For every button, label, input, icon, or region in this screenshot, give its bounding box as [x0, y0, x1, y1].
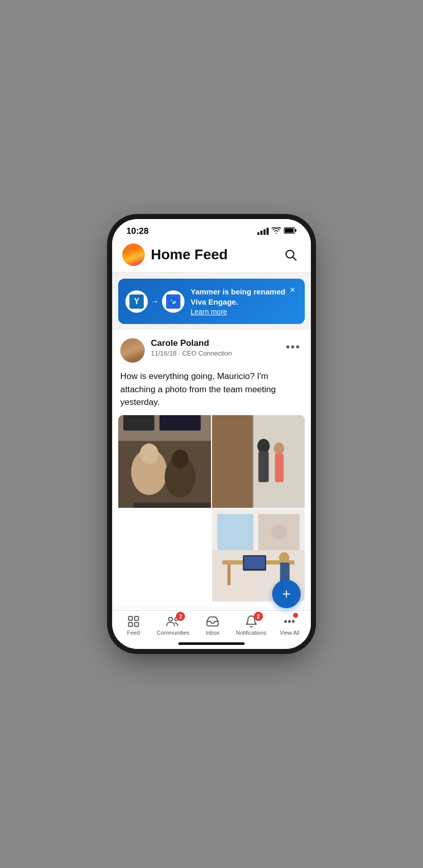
- post-body: How is everything going, Mauricio? I'm a…: [112, 363, 311, 415]
- compose-fab[interactable]: +: [272, 580, 301, 608]
- svg-line-4: [293, 257, 296, 260]
- svg-point-23: [257, 439, 270, 453]
- avatar[interactable]: [122, 243, 145, 266]
- svg-point-31: [271, 524, 286, 539]
- svg-point-48: [293, 620, 294, 622]
- page-title: Home Feed: [151, 247, 280, 263]
- banner-title: Yammer is being renamed Viva Engage.: [191, 287, 285, 306]
- nav-icon-wrap-view-all: [283, 615, 296, 628]
- status-icons: [257, 227, 297, 236]
- svg-rect-24: [258, 451, 269, 482]
- nav-item-view-all[interactable]: View All: [274, 615, 305, 636]
- bottom-nav: Feed 2 Communities: [112, 610, 311, 638]
- home-indicator: [112, 638, 311, 649]
- svg-rect-43: [135, 622, 139, 627]
- nav-label-view-all: View All: [280, 630, 299, 636]
- svg-rect-17: [134, 502, 211, 507]
- svg-rect-42: [128, 622, 133, 627]
- arrow-icon: →: [151, 297, 159, 306]
- banner-text: Yammer is being renamed Viva Engage. Lea…: [191, 287, 298, 316]
- svg-point-14: [140, 443, 158, 464]
- notifications-badge: 2: [254, 612, 263, 621]
- rename-banner: Y → Yammer is being renamed Viva En: [118, 279, 305, 324]
- banner-icons: Y →: [125, 290, 184, 313]
- svg-rect-40: [128, 616, 133, 620]
- svg-rect-12: [160, 415, 201, 430]
- scroll-content: Y → Yammer is being renamed Viva En: [112, 273, 311, 610]
- svg-rect-19: [212, 415, 253, 508]
- svg-point-44: [169, 617, 173, 621]
- status-time: 10:28: [126, 226, 148, 236]
- nav-label-inbox: Inbox: [206, 630, 220, 636]
- app-header: Home Feed: [112, 239, 311, 272]
- nav-icon-wrap-feed: [127, 615, 140, 628]
- post-meta: Carole Poland 11/16/18 · CEO Connection: [151, 338, 278, 357]
- svg-rect-1: [285, 228, 294, 233]
- svg-point-8: [172, 302, 174, 304]
- post-author-avatar[interactable]: [120, 338, 145, 363]
- svg-point-25: [274, 442, 284, 454]
- fab-plus-icon: +: [282, 587, 290, 601]
- nav-icon-wrap-communities: 2: [166, 615, 180, 628]
- svg-rect-11: [123, 415, 154, 430]
- feed-icon: [127, 615, 140, 628]
- svg-point-47: [289, 620, 290, 622]
- viva-icon-circle: [162, 290, 184, 313]
- svg-rect-29: [217, 514, 253, 550]
- svg-rect-26: [275, 453, 283, 482]
- svg-rect-33: [227, 564, 230, 585]
- svg-rect-38: [244, 556, 265, 569]
- post-card: Carole Poland 11/16/18 · CEO Connection …: [112, 330, 311, 610]
- post-menu-button[interactable]: •••: [284, 338, 303, 356]
- author-avatar-img: [120, 338, 145, 363]
- photo-2[interactable]: [212, 415, 305, 508]
- learn-more-link[interactable]: Learn more: [191, 308, 298, 316]
- svg-point-35: [279, 552, 289, 563]
- svg-rect-41: [135, 616, 139, 620]
- yammer-icon: Y: [129, 294, 144, 309]
- nav-icon-wrap-inbox: [206, 615, 219, 628]
- photo-2-img: [212, 415, 305, 508]
- viva-engage-icon: [166, 294, 180, 309]
- view-all-badge-dot: [293, 613, 298, 618]
- nav-item-inbox[interactable]: Inbox: [197, 615, 228, 636]
- banner-close-button[interactable]: ×: [286, 284, 299, 296]
- nav-label-communities: Communities: [156, 630, 189, 636]
- nav-label-feed: Feed: [127, 630, 140, 636]
- post-author-name: Carole Poland: [151, 338, 278, 348]
- photo-1[interactable]: [118, 415, 211, 508]
- nav-item-communities[interactable]: 2 Communities: [156, 615, 189, 636]
- svg-point-16: [172, 449, 188, 468]
- battery-icon: [284, 227, 297, 235]
- photo-grid: [118, 415, 305, 602]
- post-header: Carole Poland 11/16/18 · CEO Connection …: [112, 330, 311, 363]
- nav-item-notifications[interactable]: 2 Notifications: [236, 615, 267, 636]
- communities-badge: 2: [176, 612, 185, 621]
- search-icon: [284, 248, 297, 261]
- inbox-icon: [206, 615, 219, 628]
- svg-point-6: [171, 299, 173, 302]
- yammer-icon-circle: Y: [125, 290, 148, 313]
- nav-item-feed[interactable]: Feed: [118, 615, 149, 636]
- wifi-icon: [272, 227, 281, 236]
- svg-rect-2: [295, 229, 297, 232]
- post-details: 11/16/18 · CEO Connection: [151, 349, 278, 357]
- search-button[interactable]: [280, 245, 301, 265]
- status-bar: 10:28: [112, 219, 311, 239]
- nav-label-notifications: Notifications: [236, 630, 267, 636]
- nav-icon-wrap-notifications: 2: [245, 615, 258, 628]
- home-bar: [178, 642, 245, 645]
- svg-point-5: [169, 297, 177, 306]
- signal-bars-icon: [257, 228, 269, 235]
- photo-1-img: [118, 415, 211, 508]
- svg-point-46: [285, 620, 286, 622]
